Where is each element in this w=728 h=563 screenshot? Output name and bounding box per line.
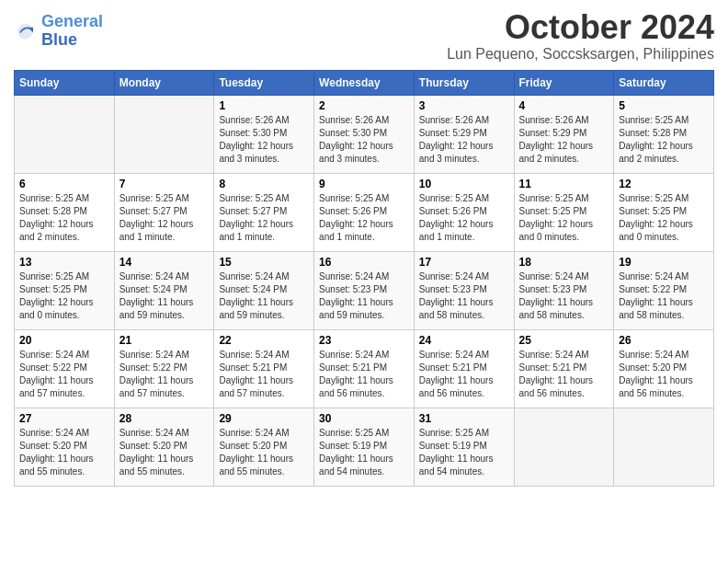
day-info: Sunrise: 5:24 AMSunset: 5:22 PMDaylight:… bbox=[19, 349, 109, 400]
calendar-cell: 18Sunrise: 5:24 AMSunset: 5:23 PMDayligh… bbox=[514, 251, 614, 329]
calendar-cell: 6Sunrise: 5:25 AMSunset: 5:28 PMDaylight… bbox=[15, 173, 115, 251]
calendar-cell: 4Sunrise: 5:26 AMSunset: 5:29 PMDaylight… bbox=[514, 95, 614, 173]
day-number: 3 bbox=[419, 99, 509, 112]
day-info: Sunrise: 5:24 AMSunset: 5:24 PMDaylight:… bbox=[119, 270, 210, 322]
logo-text1: General bbox=[41, 12, 103, 30]
calendar-cell: 30Sunrise: 5:25 AMSunset: 5:19 PMDayligh… bbox=[314, 408, 415, 486]
calendar-cell: 31Sunrise: 5:25 AMSunset: 5:19 PMDayligh… bbox=[414, 408, 514, 486]
calendar-header: Sunday Monday Tuesday Wednesday Thursday… bbox=[15, 70, 714, 95]
calendar-cell: 7Sunrise: 5:25 AMSunset: 5:27 PMDaylight… bbox=[114, 173, 214, 251]
day-info: Sunrise: 5:26 AMSunset: 5:30 PMDaylight:… bbox=[319, 114, 409, 166]
svg-point-0 bbox=[17, 23, 33, 39]
calendar-cell bbox=[15, 95, 115, 173]
day-number: 22 bbox=[219, 334, 309, 347]
day-number: 7 bbox=[119, 178, 210, 190]
day-info: Sunrise: 5:25 AMSunset: 5:26 PMDaylight:… bbox=[319, 192, 409, 244]
calendar-cell: 8Sunrise: 5:25 AMSunset: 5:27 PMDaylight… bbox=[214, 173, 314, 251]
logo: General Blue bbox=[14, 9, 103, 50]
logo-text2: Blue bbox=[41, 30, 77, 49]
calendar-table: Sunday Monday Tuesday Wednesday Thursday… bbox=[14, 70, 714, 487]
header-friday: Friday bbox=[514, 70, 614, 95]
day-info: Sunrise: 5:25 AMSunset: 5:25 PMDaylight:… bbox=[19, 270, 109, 322]
day-info: Sunrise: 5:26 AMSunset: 5:29 PMDaylight:… bbox=[419, 114, 509, 166]
day-info: Sunrise: 5:24 AMSunset: 5:20 PMDaylight:… bbox=[119, 427, 210, 478]
calendar-cell: 2Sunrise: 5:26 AMSunset: 5:30 PMDaylight… bbox=[314, 95, 415, 173]
day-number: 23 bbox=[319, 334, 409, 347]
day-number: 6 bbox=[19, 178, 109, 190]
calendar-cell: 27Sunrise: 5:24 AMSunset: 5:20 PMDayligh… bbox=[15, 408, 115, 486]
header-wednesday: Wednesday bbox=[314, 70, 415, 95]
header-thursday: Thursday bbox=[414, 70, 514, 95]
day-number: 15 bbox=[219, 256, 309, 269]
calendar-cell: 11Sunrise: 5:25 AMSunset: 5:25 PMDayligh… bbox=[514, 173, 614, 251]
day-number: 21 bbox=[119, 334, 210, 347]
day-info: Sunrise: 5:24 AMSunset: 5:21 PMDaylight:… bbox=[519, 349, 609, 400]
day-info: Sunrise: 5:24 AMSunset: 5:23 PMDaylight:… bbox=[319, 270, 409, 322]
day-info: Sunrise: 5:26 AMSunset: 5:30 PMDaylight:… bbox=[219, 114, 309, 166]
day-info: Sunrise: 5:24 AMSunset: 5:23 PMDaylight:… bbox=[519, 270, 609, 322]
day-number: 25 bbox=[519, 334, 609, 347]
day-info: Sunrise: 5:24 AMSunset: 5:21 PMDaylight:… bbox=[219, 349, 309, 400]
calendar-cell: 22Sunrise: 5:24 AMSunset: 5:21 PMDayligh… bbox=[214, 329, 314, 408]
calendar-cell: 23Sunrise: 5:24 AMSunset: 5:21 PMDayligh… bbox=[314, 329, 415, 408]
calendar-cell: 21Sunrise: 5:24 AMSunset: 5:22 PMDayligh… bbox=[114, 329, 214, 408]
day-number: 11 bbox=[519, 178, 609, 190]
calendar-cell: 9Sunrise: 5:25 AMSunset: 5:26 PMDaylight… bbox=[314, 173, 415, 251]
day-number: 1 bbox=[219, 99, 309, 112]
calendar-cell bbox=[614, 408, 714, 486]
calendar-week-row: 20Sunrise: 5:24 AMSunset: 5:22 PMDayligh… bbox=[15, 329, 714, 408]
calendar-body: 1Sunrise: 5:26 AMSunset: 5:30 PMDaylight… bbox=[15, 95, 714, 486]
day-number: 5 bbox=[619, 99, 709, 112]
calendar-cell: 16Sunrise: 5:24 AMSunset: 5:23 PMDayligh… bbox=[314, 251, 415, 329]
calendar-cell bbox=[114, 95, 214, 173]
day-number: 20 bbox=[19, 334, 109, 347]
calendar-week-row: 6Sunrise: 5:25 AMSunset: 5:28 PMDaylight… bbox=[15, 173, 714, 251]
day-info: Sunrise: 5:25 AMSunset: 5:28 PMDaylight:… bbox=[19, 192, 109, 244]
subtitle: Lun Pequeno, Soccsksargen, Philippines bbox=[447, 46, 714, 63]
calendar-cell: 12Sunrise: 5:25 AMSunset: 5:25 PMDayligh… bbox=[614, 173, 714, 251]
day-info: Sunrise: 5:24 AMSunset: 5:22 PMDaylight:… bbox=[119, 349, 210, 400]
day-number: 12 bbox=[619, 178, 709, 190]
day-info: Sunrise: 5:24 AMSunset: 5:21 PMDaylight:… bbox=[419, 349, 509, 400]
day-number: 29 bbox=[219, 412, 309, 425]
day-number: 24 bbox=[419, 334, 509, 347]
day-number: 26 bbox=[619, 334, 709, 347]
day-info: Sunrise: 5:24 AMSunset: 5:20 PMDaylight:… bbox=[219, 427, 309, 478]
header-monday: Monday bbox=[114, 70, 214, 95]
day-number: 4 bbox=[519, 99, 609, 112]
calendar-cell: 20Sunrise: 5:24 AMSunset: 5:22 PMDayligh… bbox=[15, 329, 115, 408]
day-info: Sunrise: 5:25 AMSunset: 5:27 PMDaylight:… bbox=[219, 192, 309, 244]
calendar-cell: 19Sunrise: 5:24 AMSunset: 5:22 PMDayligh… bbox=[614, 251, 714, 329]
logo-text: General Blue bbox=[41, 13, 103, 50]
calendar-week-row: 1Sunrise: 5:26 AMSunset: 5:30 PMDaylight… bbox=[15, 95, 714, 173]
day-info: Sunrise: 5:25 AMSunset: 5:28 PMDaylight:… bbox=[619, 114, 709, 166]
day-number: 16 bbox=[319, 256, 409, 269]
logo-icon bbox=[14, 18, 40, 44]
calendar-cell: 24Sunrise: 5:24 AMSunset: 5:21 PMDayligh… bbox=[414, 329, 514, 408]
calendar-cell: 29Sunrise: 5:24 AMSunset: 5:20 PMDayligh… bbox=[214, 408, 314, 486]
header-saturday: Saturday bbox=[614, 70, 714, 95]
day-info: Sunrise: 5:25 AMSunset: 5:25 PMDaylight:… bbox=[519, 192, 609, 244]
calendar-cell: 26Sunrise: 5:24 AMSunset: 5:20 PMDayligh… bbox=[614, 329, 714, 408]
day-info: Sunrise: 5:24 AMSunset: 5:23 PMDaylight:… bbox=[419, 270, 509, 322]
calendar-week-row: 27Sunrise: 5:24 AMSunset: 5:20 PMDayligh… bbox=[15, 408, 714, 486]
day-number: 19 bbox=[619, 256, 709, 269]
day-info: Sunrise: 5:25 AMSunset: 5:27 PMDaylight:… bbox=[119, 192, 210, 244]
day-number: 18 bbox=[519, 256, 609, 269]
day-info: Sunrise: 5:25 AMSunset: 5:19 PMDaylight:… bbox=[419, 427, 509, 478]
day-number: 14 bbox=[119, 256, 210, 269]
day-number: 2 bbox=[319, 99, 409, 112]
day-info: Sunrise: 5:24 AMSunset: 5:24 PMDaylight:… bbox=[219, 270, 309, 322]
calendar-cell: 25Sunrise: 5:24 AMSunset: 5:21 PMDayligh… bbox=[514, 329, 614, 408]
day-number: 10 bbox=[419, 178, 509, 190]
day-info: Sunrise: 5:24 AMSunset: 5:21 PMDaylight:… bbox=[319, 349, 409, 400]
calendar-week-row: 13Sunrise: 5:25 AMSunset: 5:25 PMDayligh… bbox=[15, 251, 714, 329]
day-number: 28 bbox=[119, 412, 210, 425]
page-header: General Blue October 2024 Lun Pequeno, S… bbox=[14, 9, 714, 63]
day-info: Sunrise: 5:24 AMSunset: 5:20 PMDaylight:… bbox=[619, 349, 709, 400]
day-info: Sunrise: 5:24 AMSunset: 5:20 PMDaylight:… bbox=[19, 427, 109, 478]
calendar-cell: 5Sunrise: 5:25 AMSunset: 5:28 PMDaylight… bbox=[614, 95, 714, 173]
day-info: Sunrise: 5:25 AMSunset: 5:26 PMDaylight:… bbox=[419, 192, 509, 244]
calendar-cell: 3Sunrise: 5:26 AMSunset: 5:29 PMDaylight… bbox=[414, 95, 514, 173]
calendar-cell: 15Sunrise: 5:24 AMSunset: 5:24 PMDayligh… bbox=[214, 251, 314, 329]
